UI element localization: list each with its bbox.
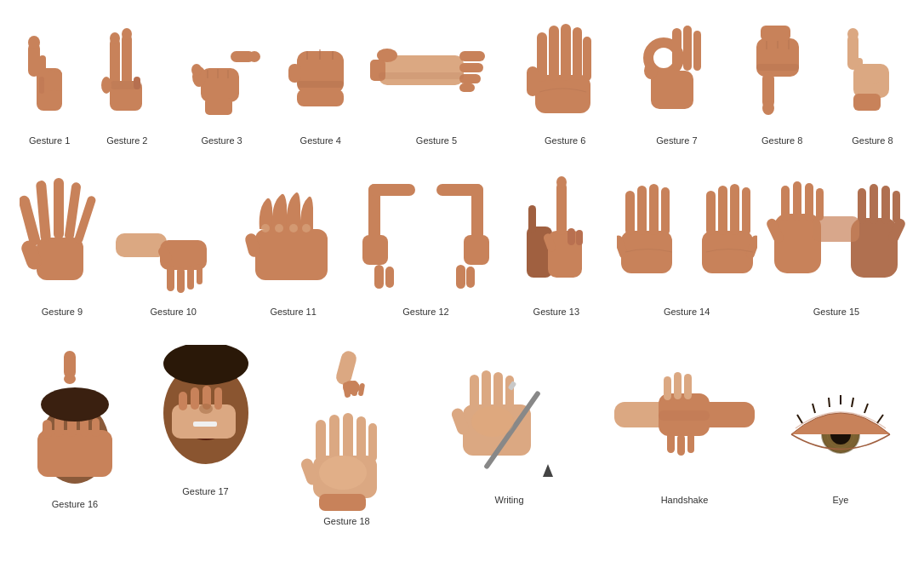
svg-rect-43 [573, 27, 582, 80]
svg-rect-180 [684, 374, 692, 399]
eye-label: Eye [833, 495, 849, 505]
gesture-row-3: Gesture 16 [4, 342, 920, 526]
svg-rect-157 [316, 420, 326, 462]
svg-rect-168 [493, 372, 503, 410]
gesture-1-image [24, 13, 75, 132]
svg-rect-25 [297, 89, 344, 106]
handshake-cell: Handshake [610, 342, 759, 505]
gesture-13-cell: Gesture 13 [501, 163, 612, 317]
svg-rect-35 [459, 83, 475, 92]
svg-point-83 [275, 224, 283, 232]
gesture-3-label: Gesture 3 [201, 135, 242, 146]
svg-rect-98 [528, 205, 536, 232]
gesture-13-image [510, 163, 603, 303]
gesture-9-label: Gesture 9 [42, 307, 83, 317]
gesture-15-image [766, 163, 906, 303]
svg-rect-3 [56, 72, 62, 91]
handshake-label: Handshake [661, 495, 709, 505]
gesture-3-cell: Gesture 3 [171, 13, 273, 146]
svg-rect-158 [329, 415, 339, 462]
gesture-10-cell: Gesture 10 [111, 163, 235, 317]
svg-rect-166 [470, 375, 479, 410]
svg-point-150 [199, 404, 213, 414]
gesture-7-image [630, 13, 723, 132]
svg-rect-89 [362, 235, 388, 265]
gesture-12-label: Gesture 12 [402, 307, 448, 317]
svg-rect-164 [319, 494, 366, 511]
svg-rect-63 [873, 66, 879, 83]
gesture-12-image [356, 163, 496, 303]
svg-rect-103 [576, 230, 583, 245]
svg-point-84 [289, 224, 298, 232]
svg-rect-148 [193, 422, 217, 427]
svg-point-17 [248, 51, 260, 62]
svg-point-85 [302, 224, 311, 232]
gesture-4-image [284, 13, 356, 132]
svg-rect-38 [379, 72, 464, 79]
svg-rect-184 [659, 410, 710, 421]
svg-rect-144 [179, 392, 187, 410]
gesture-2-label: Gesture 2 [106, 135, 147, 146]
svg-line-194 [829, 398, 830, 407]
svg-point-11 [122, 28, 132, 40]
svg-rect-161 [368, 423, 377, 462]
writing-image [437, 342, 582, 491]
svg-rect-115 [742, 187, 750, 235]
svg-rect-127 [813, 216, 859, 242]
gesture-5-cell: Gesture 5 [368, 13, 505, 146]
svg-point-139 [41, 387, 109, 422]
gesture-row-1: Gesture 1 [4, 9, 920, 150]
gesture-18-image [292, 402, 402, 513]
svg-rect-167 [482, 370, 491, 410]
svg-rect-6 [39, 77, 44, 94]
svg-rect-94 [385, 267, 394, 288]
eye-cell: Eye [781, 342, 900, 505]
svg-rect-120 [881, 186, 890, 224]
gesture-1-cell: Gesture 1 [15, 13, 83, 146]
gesture-17-label: Gesture 17 [182, 486, 228, 496]
svg-marker-172 [543, 464, 553, 477]
gesture-9-image [20, 163, 105, 303]
svg-rect-123 [781, 186, 790, 221]
gesture-2-image [93, 13, 161, 132]
svg-rect-159 [343, 413, 353, 462]
svg-rect-13 [110, 81, 142, 89]
svg-point-22 [191, 64, 202, 76]
svg-rect-62 [864, 65, 871, 83]
svg-rect-2 [48, 70, 54, 91]
gesture-18-label: Gesture 18 [323, 516, 369, 526]
svg-rect-41 [549, 26, 559, 81]
gesture-8b-cell: Gesture 8 [836, 13, 909, 146]
svg-point-82 [261, 224, 270, 232]
gesture-8b-image [841, 13, 904, 132]
svg-rect-48 [672, 28, 682, 71]
svg-rect-88 [368, 184, 415, 196]
gesture-11-label: Gesture 11 [270, 307, 316, 317]
gesture-17-image [155, 342, 257, 483]
svg-point-65 [847, 28, 858, 40]
svg-rect-105 [621, 231, 672, 273]
svg-point-51 [644, 62, 658, 79]
svg-rect-78 [187, 266, 194, 290]
svg-rect-106 [625, 191, 635, 235]
svg-rect-134 [43, 420, 52, 439]
gesture-10-label: Gesture 10 [151, 307, 197, 317]
svg-point-163 [319, 456, 367, 490]
svg-rect-15 [201, 68, 239, 102]
svg-rect-112 [706, 191, 716, 235]
gesture-16-label: Gesture 16 [52, 499, 98, 509]
gesture-16-image [31, 385, 120, 496]
svg-point-14 [101, 77, 111, 94]
gesture-11-cell: Gesture 11 [236, 163, 351, 317]
svg-rect-42 [561, 24, 571, 81]
svg-rect-154 [351, 381, 357, 396]
svg-rect-147 [214, 387, 222, 410]
gesture-5-label: Gesture 5 [416, 135, 457, 146]
gesture-row-2: Gesture 9 Gesture 10 [4, 163, 920, 317]
svg-rect-30 [297, 81, 344, 88]
svg-rect-145 [191, 387, 199, 410]
gesture-8b-label: Gesture 8 [852, 135, 893, 146]
svg-rect-59 [756, 64, 799, 71]
svg-rect-79 [197, 264, 202, 284]
gesture-4-label: Gesture 4 [300, 135, 341, 146]
